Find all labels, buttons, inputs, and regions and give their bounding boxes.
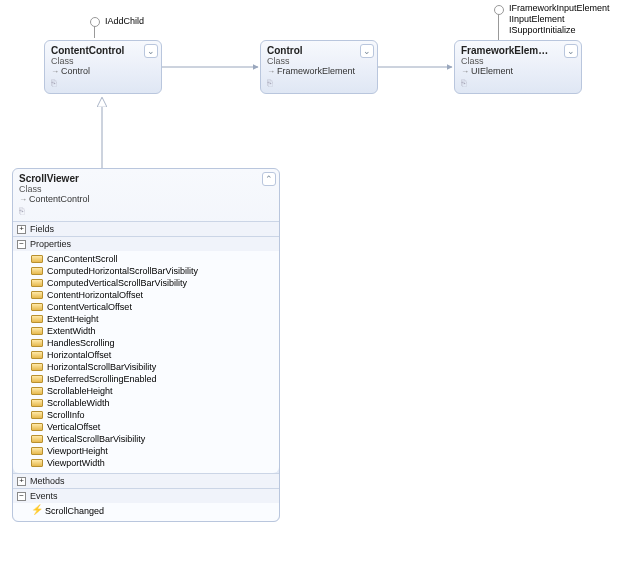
- property-item[interactable]: HorizontalOffset: [31, 349, 275, 361]
- base-arrow-icon: [461, 66, 471, 76]
- section-label: Fields: [30, 224, 54, 234]
- link-icon: ⎘: [19, 206, 273, 216]
- property-item[interactable]: HorizontalScrollBarVisibility: [31, 361, 275, 373]
- interface-label-iaddchild: IAddChild: [105, 16, 144, 27]
- section-label: Methods: [30, 476, 65, 486]
- property-icon: [31, 399, 43, 407]
- base-arrow-icon: [267, 66, 277, 76]
- property-label: ComputedHorizontalScrollBarVisibility: [47, 266, 198, 276]
- property-item[interactable]: IsDeferredScrollingEnabled: [31, 373, 275, 385]
- property-label: ScrollableWidth: [47, 398, 110, 408]
- class-scrollviewer[interactable]: ScrollViewer Class ContentControl ⎘ ⌃ + …: [12, 168, 280, 522]
- property-icon: [31, 411, 43, 419]
- property-label: CanContentScroll: [47, 254, 118, 264]
- expand-button[interactable]: ⌄: [564, 44, 578, 58]
- property-label: ContentHorizontalOffset: [47, 290, 143, 300]
- property-item[interactable]: ComputedVerticalScrollBarVisibility: [31, 277, 275, 289]
- property-label: ScrollInfo: [47, 410, 85, 420]
- class-name: ContentControl: [51, 45, 155, 56]
- section-methods[interactable]: + Methods: [13, 474, 279, 488]
- property-item[interactable]: ScrollableWidth: [31, 397, 275, 409]
- collapse-button[interactable]: ⌃: [262, 172, 276, 186]
- expand-button[interactable]: ⌄: [144, 44, 158, 58]
- property-icon: [31, 339, 43, 347]
- base-type: Control: [61, 66, 90, 76]
- base-arrow-icon: [51, 66, 61, 76]
- base-type: ContentControl: [29, 194, 90, 204]
- property-item[interactable]: ComputedHorizontalScrollBarVisibility: [31, 265, 275, 277]
- event-item[interactable]: ScrollChanged: [31, 505, 275, 517]
- property-icon: [31, 267, 43, 275]
- section-events[interactable]: − Events: [13, 489, 279, 503]
- property-label: ContentVerticalOffset: [47, 302, 132, 312]
- section-properties[interactable]: − Properties: [13, 237, 279, 251]
- interface-labels-frameworkelement: IFrameworkInputElement IInputElement ISu…: [509, 3, 610, 36]
- property-icon: [31, 435, 43, 443]
- property-icon: [31, 387, 43, 395]
- property-icon: [31, 315, 43, 323]
- expand-button[interactable]: ⌄: [360, 44, 374, 58]
- property-icon: [31, 351, 43, 359]
- class-control[interactable]: Control Class FrameworkElement ⎘ ⌄: [260, 40, 378, 94]
- section-label: Properties: [30, 239, 71, 249]
- interface-label-fwinput: IFrameworkInputElement: [509, 3, 610, 14]
- link-icon: ⎘: [461, 78, 575, 88]
- property-item[interactable]: ContentVerticalOffset: [31, 301, 275, 313]
- toggle-expand-icon[interactable]: +: [17, 477, 26, 486]
- property-item[interactable]: ContentHorizontalOffset: [31, 289, 275, 301]
- base-arrow-icon: [19, 194, 29, 204]
- property-item[interactable]: ViewportWidth: [31, 457, 275, 469]
- class-name: FrameworkElem…: [461, 45, 575, 56]
- property-icon: [31, 375, 43, 383]
- property-label: ScrollableHeight: [47, 386, 113, 396]
- property-item[interactable]: VerticalScrollBarVisibility: [31, 433, 275, 445]
- class-frameworkelement[interactable]: FrameworkElem… Class UIElement ⎘ ⌄: [454, 40, 582, 94]
- class-contentcontrol[interactable]: ContentControl Class Control ⎘ ⌄: [44, 40, 162, 94]
- link-icon: ⎘: [51, 78, 155, 88]
- property-item[interactable]: ExtentWidth: [31, 325, 275, 337]
- base-type: UIElement: [471, 66, 513, 76]
- property-item[interactable]: ExtentHeight: [31, 313, 275, 325]
- event-label: ScrollChanged: [45, 506, 104, 516]
- property-label: HorizontalOffset: [47, 350, 111, 360]
- toggle-collapse-icon[interactable]: −: [17, 492, 26, 501]
- class-name: Control: [267, 45, 371, 56]
- events-list: ScrollChanged: [13, 503, 279, 521]
- property-icon: [31, 327, 43, 335]
- property-icon: [31, 447, 43, 455]
- property-item[interactable]: HandlesScrolling: [31, 337, 275, 349]
- property-item[interactable]: VerticalOffset: [31, 421, 275, 433]
- lightning-icon: [31, 506, 41, 516]
- property-label: VerticalOffset: [47, 422, 100, 432]
- property-icon: [31, 255, 43, 263]
- class-stereotype: Class: [267, 56, 371, 66]
- properties-list: CanContentScrollComputedHorizontalScroll…: [13, 251, 279, 473]
- interface-label-input: IInputElement: [509, 14, 610, 25]
- property-item[interactable]: ViewportHeight: [31, 445, 275, 457]
- toggle-collapse-icon[interactable]: −: [17, 240, 26, 249]
- toggle-expand-icon[interactable]: +: [17, 225, 26, 234]
- class-stereotype: Class: [51, 56, 155, 66]
- property-label: ViewportWidth: [47, 458, 105, 468]
- property-icon: [31, 291, 43, 299]
- property-item[interactable]: ScrollableHeight: [31, 385, 275, 397]
- property-icon: [31, 303, 43, 311]
- property-icon: [31, 363, 43, 371]
- property-icon: [31, 279, 43, 287]
- property-label: HandlesScrolling: [47, 338, 115, 348]
- property-item[interactable]: ScrollInfo: [31, 409, 275, 421]
- property-icon: [31, 459, 43, 467]
- property-label: ExtentHeight: [47, 314, 99, 324]
- base-type: FrameworkElement: [277, 66, 355, 76]
- class-stereotype: Class: [461, 56, 575, 66]
- section-fields[interactable]: + Fields: [13, 222, 279, 236]
- property-item[interactable]: CanContentScroll: [31, 253, 275, 265]
- class-stereotype: Class: [19, 184, 273, 194]
- property-label: IsDeferredScrollingEnabled: [47, 374, 157, 384]
- property-label: VerticalScrollBarVisibility: [47, 434, 145, 444]
- property-label: HorizontalScrollBarVisibility: [47, 362, 156, 372]
- section-label: Events: [30, 491, 58, 501]
- property-label: ExtentWidth: [47, 326, 96, 336]
- class-name: ScrollViewer: [19, 173, 273, 184]
- property-label: ComputedVerticalScrollBarVisibility: [47, 278, 187, 288]
